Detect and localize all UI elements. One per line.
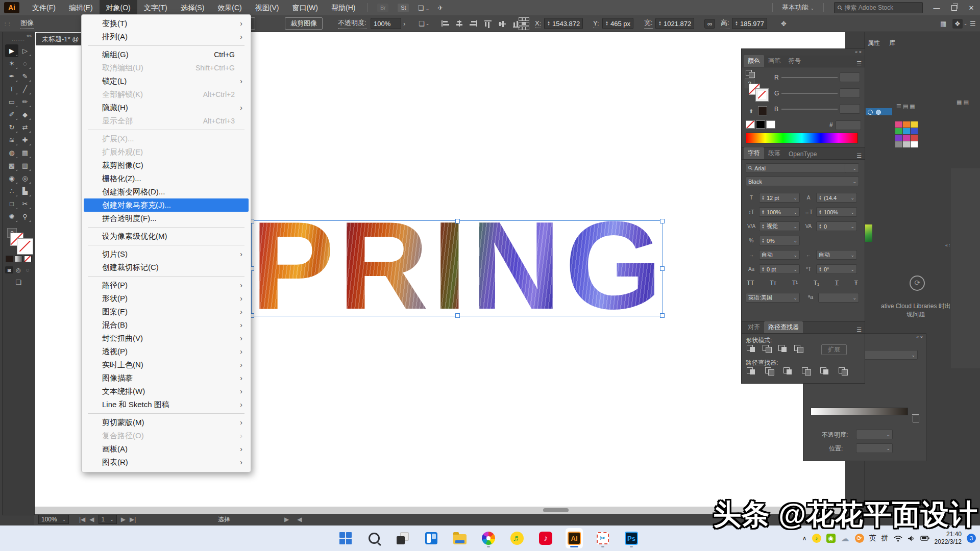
character-field-input[interactable]: ▲▼100%⌄ xyxy=(816,207,857,217)
arrange-documents-icon[interactable]: ❏ ⌄ xyxy=(418,4,429,12)
ime-pinyin-indicator[interactable]: 拼 xyxy=(881,534,889,543)
type-style-button[interactable]: Tт xyxy=(770,280,776,287)
chevron-down-icon[interactable]: ⌄ xyxy=(848,210,854,215)
sync-icon[interactable]: ⟳ xyxy=(910,276,925,291)
tray-nvidia-icon[interactable]: ◉ xyxy=(826,534,836,543)
fill-stroke-controls[interactable]: ? xyxy=(6,228,31,252)
eyedropper-tool[interactable]: ◉ xyxy=(5,172,18,185)
page-number-select[interactable]: 1⌄ xyxy=(99,515,117,524)
character-field-input[interactable]: ▲▼0°⌄ xyxy=(816,264,857,274)
y-input[interactable]: ▲▼465 px xyxy=(602,18,633,29)
stepper-icon[interactable]: ▲▼ xyxy=(762,238,765,243)
taskbar-widgets-icon[interactable] xyxy=(423,528,440,548)
menu-item[interactable]: 创建对象马赛克(J)... xyxy=(84,198,249,212)
menu-item[interactable]: 裁剪图像(C) xyxy=(84,159,249,172)
swatch[interactable] xyxy=(903,141,910,147)
align-top-icon[interactable] xyxy=(482,18,494,29)
tab-对齐[interactable]: 对齐 xyxy=(744,321,764,333)
character-field-input[interactable]: ▲▼视觉⌄ xyxy=(759,221,800,231)
menu-item[interactable]: 画板(A)› xyxy=(84,442,249,456)
tray-sync-icon[interactable]: ⟳ xyxy=(855,534,864,543)
chevron-down-icon[interactable]: ⌄ xyxy=(791,210,797,215)
menubar-item[interactable]: 对象(O) xyxy=(100,0,137,15)
stepper-icon[interactable]: ▲▼ xyxy=(819,224,822,229)
swatch[interactable] xyxy=(911,135,918,141)
drawing-mode-buttons[interactable]: ◙ ◎ ◌ xyxy=(3,266,34,273)
character-field-input[interactable]: ▲▼12 pt⌄ xyxy=(759,193,800,203)
swatch[interactable] xyxy=(895,121,902,128)
divide-icon[interactable] xyxy=(746,367,757,375)
notification-badge[interactable]: 3 xyxy=(967,534,976,543)
swatch[interactable] xyxy=(903,128,910,134)
menu-item[interactable]: 透视(P)› xyxy=(84,345,249,358)
curvature-tool[interactable]: ✎ xyxy=(18,70,32,83)
b-value-input[interactable] xyxy=(840,104,860,114)
tab-properties[interactable]: 属性 xyxy=(868,39,880,47)
list-icon[interactable]: ☰ xyxy=(970,15,976,32)
taskbar-qq-music-icon[interactable]: ♬ xyxy=(508,528,526,548)
chevron-down-icon[interactable]: ⌄ xyxy=(791,195,797,201)
zoom-tool[interactable]: ⚲ xyxy=(18,210,32,223)
menu-item[interactable]: Line 和 Sketch 图稿› xyxy=(84,398,249,411)
exclude-icon[interactable] xyxy=(793,344,804,353)
font-family-chevron[interactable]: ⌄ xyxy=(845,163,859,173)
crop-image-button[interactable]: 裁剪图像 xyxy=(285,17,323,30)
next-page-button[interactable]: ▶ xyxy=(121,516,126,523)
chevron-down-icon[interactable]: ⌄ xyxy=(848,195,854,201)
tab-OpenType[interactable]: OpenType xyxy=(785,149,821,159)
eraser-tool[interactable]: ◆ xyxy=(18,108,32,121)
menubar-item[interactable]: 效果(C) xyxy=(211,0,248,15)
panel-menu-icon[interactable]: ☰ xyxy=(856,153,862,159)
r-value-input[interactable] xyxy=(840,72,860,82)
panel-menu-icon[interactable]: ☰ xyxy=(856,327,862,333)
blend-tool[interactable]: ◎ xyxy=(18,172,32,185)
stroke-color-swatch[interactable] xyxy=(17,239,33,254)
delete-icon[interactable] xyxy=(913,416,919,422)
gradient-position-select[interactable]: ⌄ xyxy=(856,443,893,453)
menu-item[interactable]: 编组(G)Ctrl+G xyxy=(84,48,249,61)
tray-cloud-icon[interactable]: ☁ xyxy=(841,534,850,543)
magic-wand-tool[interactable]: ✶ xyxy=(5,57,18,70)
change-screen-mode-icon[interactable]: ❏ xyxy=(3,279,34,286)
paintbrush-tool[interactable]: ✏ xyxy=(18,95,32,108)
selected-layer-row[interactable] xyxy=(866,108,892,115)
stepper-icon[interactable]: ▲▼ xyxy=(762,195,765,201)
menu-item[interactable]: 锁定(L)› xyxy=(84,74,249,88)
stroke-swatch[interactable] xyxy=(756,89,768,101)
swatch[interactable] xyxy=(903,135,910,141)
stepper-icon[interactable]: ▲▼ xyxy=(819,267,822,272)
character-field-input[interactable]: ▲▼100%⌄ xyxy=(759,207,800,217)
scale-tool[interactable]: ⇄ xyxy=(18,121,32,134)
swatch[interactable] xyxy=(895,141,902,147)
font-style-select[interactable]: Black⌄ xyxy=(746,177,859,186)
selection-handle[interactable] xyxy=(660,266,665,271)
align-center-horizontal-icon[interactable] xyxy=(453,18,465,29)
opacity-chevron[interactable]: › xyxy=(403,20,405,28)
stepper-icon[interactable]: ▲▼ xyxy=(819,210,822,215)
menu-item[interactable]: 创建渐变网格(D)... xyxy=(84,185,249,198)
menubar-item[interactable]: 文件(F) xyxy=(26,0,62,15)
library-thumbnail[interactable] xyxy=(865,224,872,242)
bridge-icon[interactable]: Br xyxy=(377,4,388,12)
height-input[interactable]: ▲▼185.977 xyxy=(732,18,767,29)
gradient-opacity-select[interactable]: ⌄ xyxy=(856,430,893,439)
outline-icon[interactable] xyxy=(819,367,830,375)
scrollbar-thumb[interactable] xyxy=(543,508,569,512)
selection-tool[interactable]: ▶ xyxy=(5,44,18,57)
align-right-icon[interactable] xyxy=(468,18,480,29)
line-segment-tool[interactable]: ╱ xyxy=(18,83,32,95)
gradient-tool[interactable]: ▥ xyxy=(18,159,32,172)
none-black-white-swatches[interactable] xyxy=(746,120,775,129)
width-input[interactable]: ▲▼1021.872 xyxy=(655,18,694,29)
hand-tool[interactable]: ✺ xyxy=(5,210,18,223)
menu-item[interactable]: 剪切蒙版(M)› xyxy=(84,416,249,429)
menubar-item[interactable]: 文字(T) xyxy=(137,0,174,15)
zoom-level-select[interactable]: 100%⌄ xyxy=(38,515,69,524)
stock-icon[interactable]: St xyxy=(398,4,409,12)
mesh-tool[interactable]: ▩ xyxy=(5,159,18,172)
tab-字符[interactable]: 字符 xyxy=(744,147,764,159)
draw-inside-icon[interactable]: ◌ xyxy=(23,266,32,273)
shape-builder-tool[interactable]: ◍ xyxy=(5,146,18,159)
selection-handle[interactable] xyxy=(455,313,460,318)
symbol-sprayer-tool[interactable]: ∴ xyxy=(5,185,18,197)
